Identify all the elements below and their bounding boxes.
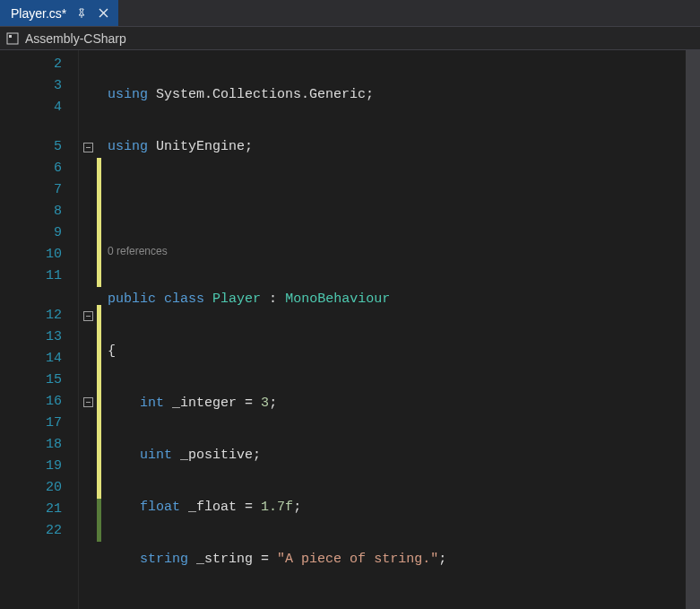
code-line xyxy=(108,188,700,210)
fold-toggle-icon[interactable] xyxy=(83,311,93,321)
tab-strip: Player.cs* xyxy=(0,0,700,27)
code-line: float _float = 1.7f; xyxy=(108,497,700,518)
code-line: { xyxy=(108,341,700,362)
code-line: using System.Collections.Generic; xyxy=(108,84,700,106)
code-line: string _string = "A piece of string."; xyxy=(108,549,700,570)
code-area[interactable]: using System.Collections.Generic; using … xyxy=(102,50,700,609)
code-line xyxy=(108,601,700,609)
code-editor[interactable]: 2 3 4 5 6 7 8 9 10 11 12 13 14 15 16 17 … xyxy=(0,50,700,609)
namespace-icon xyxy=(5,31,20,46)
fold-toggle-icon[interactable] xyxy=(83,397,93,407)
vertical-scrollbar[interactable] xyxy=(686,50,700,609)
code-line: int _integer = 3; xyxy=(108,393,700,414)
svg-rect-1 xyxy=(9,35,12,38)
context-breadcrumb[interactable]: Assembly-CSharp xyxy=(0,27,700,50)
codelens-link[interactable]: 0 references xyxy=(108,240,168,262)
tab-active[interactable]: Player.cs* xyxy=(0,0,118,26)
fold-toggle-icon[interactable] xyxy=(83,143,93,152)
fold-column xyxy=(79,50,97,609)
line-number-gutter: 2 3 4 5 6 7 8 9 10 11 12 13 14 15 16 17 … xyxy=(0,50,79,609)
pin-icon[interactable] xyxy=(75,7,88,20)
svg-rect-0 xyxy=(7,33,18,44)
code-line: uint _positive; xyxy=(108,445,700,466)
tab-label: Player.cs* xyxy=(11,6,66,21)
close-icon[interactable] xyxy=(97,7,109,20)
code-line: public class Player : MonoBehaviour xyxy=(108,289,700,310)
code-line: using UnityEngine; xyxy=(108,136,700,158)
context-label: Assembly-CSharp xyxy=(25,31,126,46)
